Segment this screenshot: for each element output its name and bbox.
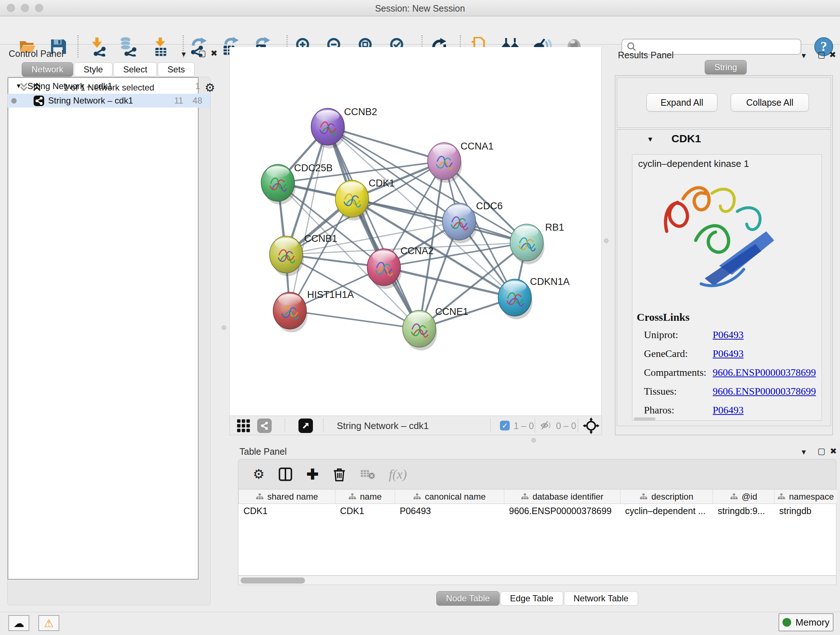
table-cell[interactable]: stringdb xyxy=(774,504,837,518)
node-label: CDKN1A xyxy=(530,276,570,287)
add-column-icon[interactable]: ✚ xyxy=(306,466,319,483)
table-panel-title: Table Panel xyxy=(240,447,287,457)
cloud-status-button[interactable]: ☁ xyxy=(8,615,29,631)
table-cell[interactable]: stringdb:9... xyxy=(713,504,774,518)
panel-float-icon[interactable]: ▢ xyxy=(198,49,206,58)
table-gear-icon[interactable]: ⚙ xyxy=(253,467,264,482)
network-row[interactable]: String Network – cdk1 11 48 xyxy=(8,94,210,108)
crosslink-label: Pharos: xyxy=(644,404,674,416)
column-header-namespace[interactable]: namespace xyxy=(774,489,837,504)
tab-network[interactable]: Network xyxy=(22,62,73,77)
column-header-@id[interactable]: @id xyxy=(713,489,774,504)
open-in-browser-icon[interactable] xyxy=(298,418,313,433)
table-panel: Table Panel ▾ ▢ ✖ ⚙ ✚ f(x) shared nameCD… xyxy=(234,436,840,612)
crosslink-link[interactable]: 9606.ENSP00000378699 xyxy=(713,367,816,378)
panel-float-icon[interactable]: ▢ xyxy=(818,447,826,456)
node-label: CDC6 xyxy=(476,201,503,211)
panel-menu-icon[interactable]: ▾ xyxy=(182,49,186,59)
collection-count: 1 xyxy=(195,81,200,91)
tab-select[interactable]: Select xyxy=(113,62,157,77)
string-view-badge-icon[interactable] xyxy=(257,418,272,433)
function-builder-icon: f(x) xyxy=(389,467,407,482)
selected-checkbox-icon[interactable]: ✓ xyxy=(500,421,510,431)
crosslink-label: Tissues: xyxy=(644,386,677,397)
crosslink-label: Compartments: xyxy=(644,367,706,378)
inner-hscroll-thumb[interactable] xyxy=(634,417,655,420)
node-label: CCNE1 xyxy=(435,306,469,317)
crosslink-link[interactable]: P06493 xyxy=(713,348,744,359)
table-cell[interactable]: CDK1 xyxy=(238,504,335,518)
left-splitter-handle[interactable] xyxy=(222,325,226,330)
network-node-CDK1[interactable]: CDK1 xyxy=(335,178,395,220)
network-edge xyxy=(290,310,419,329)
table-cell[interactable]: 9606.ENSP00000378699 xyxy=(504,504,620,518)
collapse-all-button[interactable]: Collapse All xyxy=(731,93,809,111)
tab-string[interactable]: String xyxy=(705,60,747,74)
network-node-HIST1H1A[interactable]: HIST1H1A xyxy=(273,289,354,333)
network-edge xyxy=(419,161,444,329)
node-label: CCNA2 xyxy=(401,245,434,256)
network-view-toolbar: String Network – cdk1 ✓ 1 – 0 0 – 0 xyxy=(229,416,602,435)
birdseye-grid-icon[interactable] xyxy=(236,418,251,433)
protein-structure-image xyxy=(647,173,791,300)
tab-network-table[interactable]: Network Table xyxy=(564,591,638,606)
table-hscrollbar[interactable] xyxy=(238,576,836,585)
column-header-description[interactable]: description xyxy=(620,489,713,504)
crosslink-link[interactable]: 9606.ENSP00000378699 xyxy=(713,386,816,397)
panel-menu-icon[interactable]: ▾ xyxy=(802,447,806,457)
protein-expander-icon[interactable]: ▼ xyxy=(647,135,654,143)
warnings-button[interactable]: ⚠ xyxy=(38,615,59,631)
node-label: CCNB1 xyxy=(304,233,338,244)
delete-table-icon xyxy=(360,468,375,480)
network-view-canvas[interactable]: CCNB2CCNA1CDC25BCDK1CDC6RB1CCNB1CCNA2CDK… xyxy=(229,47,602,416)
control-panel-title: Control Panel xyxy=(9,49,63,59)
network-node-CDKN1A[interactable]: CDKN1A xyxy=(498,276,570,319)
table-cell[interactable]: cyclin–dependent ... xyxy=(620,504,713,518)
network-tree: ▼ String Network – cdk1 1 String Network… xyxy=(8,77,199,580)
panel-close-icon[interactable]: ✖ xyxy=(830,447,837,456)
table-cell[interactable]: CDK1 xyxy=(335,504,395,518)
protein-section: ▼ CDK1 cyclin–dependent kinase 1 CrossLi… xyxy=(617,129,831,426)
tab-node-table[interactable]: Node Table xyxy=(436,591,500,606)
column-header-canonical-name[interactable]: canonical name xyxy=(395,489,504,504)
table-cell[interactable]: P06493 xyxy=(395,504,504,518)
node-label: HIST1H1A xyxy=(307,289,354,300)
memory-button[interactable]: Memory xyxy=(778,613,834,631)
delete-column-trash-icon[interactable] xyxy=(332,467,346,481)
tab-style[interactable]: Style xyxy=(74,62,112,77)
network-node-count: 11 xyxy=(174,96,183,106)
network-graph[interactable]: CCNB2CCNA1CDC25BCDK1CDC6RB1CCNB1CCNA2CDK… xyxy=(230,47,602,416)
panel-float-icon[interactable]: ▢ xyxy=(818,50,826,60)
protein-details: cyclin–dependent kinase 1 CrossLinks Uni… xyxy=(632,154,822,421)
network-collection-row[interactable]: ▼ String Network – cdk1 1 xyxy=(8,79,210,93)
cloud-icon: ☁ xyxy=(13,617,24,630)
network-label: String Network – cdk1 xyxy=(48,96,133,106)
network-node-CCNA2[interactable]: CCNA2 xyxy=(367,245,434,289)
panel-menu-icon[interactable]: ▾ xyxy=(802,51,806,60)
column-header-shared-name[interactable]: shared name xyxy=(238,489,335,504)
right-splitter-handle[interactable] xyxy=(604,239,608,243)
network-edge-count: 48 xyxy=(193,96,202,106)
crosslink-link[interactable]: P06493 xyxy=(713,329,744,340)
table-hscroll-thumb[interactable] xyxy=(240,578,305,584)
panel-close-icon[interactable]: ✖ xyxy=(210,49,218,58)
network-node-CDC6[interactable]: CDC6 xyxy=(442,201,503,243)
string-network-badge-icon xyxy=(33,95,44,106)
column-header-database-identifier[interactable]: database identifier xyxy=(504,489,620,504)
window-title: Session: New Session xyxy=(0,3,840,14)
network-node-CCNE1[interactable]: CCNE1 xyxy=(403,306,469,350)
crosslink-label: GeneCard: xyxy=(644,348,688,359)
crosslink-link[interactable]: P06493 xyxy=(713,404,744,416)
column-header-name[interactable]: name xyxy=(335,489,395,504)
table-tabs: Node TableEdge TableNetwork Table xyxy=(238,591,836,606)
fit-selected-crosshair-icon[interactable] xyxy=(583,417,600,434)
network-node-RB1[interactable]: RB1 xyxy=(510,222,564,264)
collection-expander-icon[interactable]: ▼ xyxy=(16,82,22,90)
tab-edge-table[interactable]: Edge Table xyxy=(500,591,563,606)
panel-close-icon[interactable]: ✖ xyxy=(829,50,836,60)
control-panel-body: 1 of 1 Network selected ⚙ ▼ String Netwo… xyxy=(7,77,210,605)
show-columns-icon[interactable] xyxy=(278,467,293,481)
node-table[interactable]: shared nameCDK1nameCDK1canonical nameP06… xyxy=(238,489,836,576)
expand-all-button[interactable]: Expand All xyxy=(646,93,717,111)
tab-sets[interactable]: Sets xyxy=(158,62,195,77)
